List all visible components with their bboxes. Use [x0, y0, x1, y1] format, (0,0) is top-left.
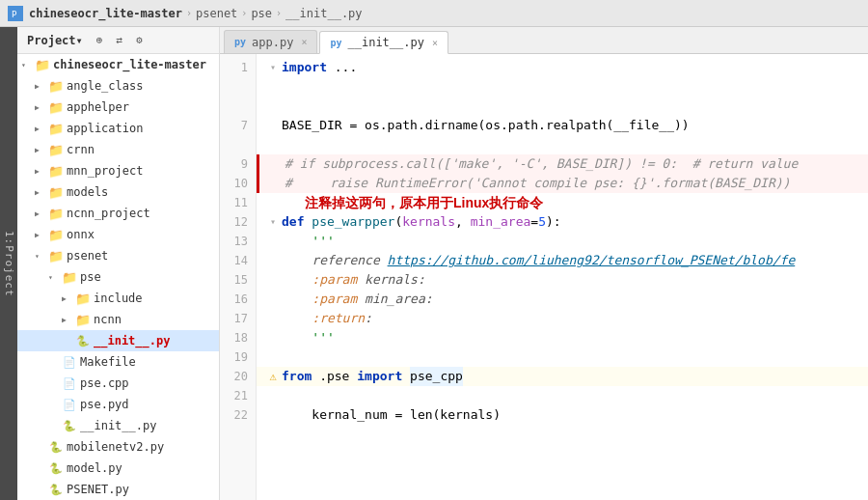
tab-app-icon: py — [234, 37, 246, 47]
code-line-16: :param min_area: — [257, 290, 868, 309]
sidebar-item-mnn[interactable]: ▶ 📁 mnn_project — [17, 160, 219, 181]
tree-label-init-py: __init__.py — [94, 334, 170, 347]
breadcrumb-folder1: psenet — [196, 7, 237, 20]
svg-text:P: P — [12, 10, 17, 19]
tab-init-py[interactable]: py __init__.py × — [319, 31, 448, 54]
sidebar-item-psenet-py[interactable]: 🐍 PSENET.py — [17, 479, 219, 500]
tree-label-angle_class: angle_class — [67, 79, 143, 93]
sidebar-item-crnn[interactable]: ▶ 📁 crnn — [17, 139, 219, 160]
tab-app-close[interactable]: × — [301, 37, 307, 47]
code-line-20: ⚠ from .pse import pse_cpp — [257, 367, 868, 386]
code-line-9: # if subprocess.call(['make', '-C', BASE… — [257, 154, 868, 174]
project-tab-indicator[interactable]: 1:Project — [0, 27, 17, 500]
project-label[interactable]: Project▾ — [23, 32, 87, 49]
code-line-empty — [257, 77, 868, 116]
sidebar-tree: ▾ 📁 chineseocr_lite-master ▶ 📁 angle_cla… — [17, 54, 219, 500]
tree-root-label: chineseocr_lite-master — [53, 58, 206, 71]
tree-label-apphelper: apphelper — [67, 100, 129, 114]
tree-label-application: application — [67, 122, 143, 135]
tree-label-onnx: onnx — [67, 228, 95, 241]
add-icon[interactable]: ⊕ — [93, 32, 107, 48]
tree-label-model: model.py — [67, 461, 122, 475]
sidebar-item-pse-cpp[interactable]: 📄 pse.cpp — [17, 373, 219, 394]
tab-init-icon: py — [330, 38, 341, 48]
sidebar-item-pse[interactable]: ▾ 📁 pse — [17, 266, 219, 288]
code-line-21 — [257, 386, 868, 405]
tree-label-psenet: psenet — [67, 249, 108, 263]
tree-label-models: models — [67, 185, 108, 199]
breadcrumb-file: __init__.py — [285, 7, 362, 20]
sidebar-item-ncnn[interactable]: ▶ 📁 ncnn — [17, 309, 219, 330]
editor-content: 1 7 9 10 11 12 13 14 15 16 17 18 19 20 2… — [220, 54, 868, 500]
tree-label-pse: pse — [80, 270, 101, 284]
code-line-7: BASE_DIR = os.path.dirname(os.path.realp… — [257, 116, 868, 135]
tab-bar: py app.py × py __init__.py × — [220, 27, 868, 54]
sidebar-item-apphelper[interactable]: ▶ 📁 apphelper — [17, 97, 219, 118]
project-tab-label: 1:Project — [3, 231, 15, 297]
fold-12[interactable]: ▾ — [270, 212, 276, 232]
sidebar-item-makefile[interactable]: 📄 Makefile — [17, 351, 219, 373]
tree-label-mnn: mnn_project — [67, 164, 143, 178]
main-container: 1:Project Project▾ ⊕ ⇄ ⚙ ▾ 📁 chineseocr_… — [0, 27, 868, 500]
line-numbers: 1 7 9 10 11 12 13 14 15 16 17 18 19 20 2… — [220, 54, 257, 500]
tab-init-label: __init__.py — [347, 36, 423, 49]
sidebar-item-ncnn-project[interactable]: ▶ 📁 ncnn_project — [17, 203, 219, 224]
tree-root[interactable]: ▾ 📁 chineseocr_lite-master — [17, 54, 219, 75]
breadcrumb-sep2: › — [241, 8, 247, 18]
breadcrumb-project: chineseocr_lite-master — [29, 7, 182, 20]
sidebar-toolbar: Project▾ ⊕ ⇄ ⚙ — [17, 27, 219, 54]
breadcrumb: chineseocr_lite-master › psenet › pse › … — [29, 7, 363, 20]
warning-icon: ⚠ — [269, 367, 276, 386]
sidebar-item-psenet[interactable]: ▾ 📁 psenet — [17, 245, 219, 266]
tree-label-psenet-py: PSENET.py — [67, 483, 129, 496]
code-line-17: :return: — [257, 309, 868, 328]
tree-label-crnn: crnn — [67, 143, 95, 156]
tree-label-init2: __init__.py — [80, 419, 156, 432]
sync-icon[interactable]: ⇄ — [112, 32, 126, 48]
sidebar-item-include[interactable]: ▶ 📁 include — [17, 288, 219, 309]
sidebar-item-init2[interactable]: 🐍 __init__.py — [17, 415, 219, 436]
breadcrumb-sep3: › — [276, 8, 282, 18]
tab-app-py[interactable]: py app.py × — [224, 30, 317, 53]
tab-init-close[interactable]: × — [432, 38, 438, 48]
breadcrumb-folder2: pse — [251, 7, 272, 20]
code-line-11: 注释掉这两句，原本用于Linux执行命令 — [257, 193, 868, 212]
sidebar-item-application[interactable]: ▶ 📁 application — [17, 118, 219, 139]
code-line-22: kernal_num = len(kernals) — [257, 405, 868, 425]
sidebar-item-model[interactable]: 🐍 model.py — [17, 458, 219, 479]
tree-label-pse-cpp: pse.cpp — [80, 376, 129, 390]
tree-label-makefile: Makefile — [80, 355, 136, 369]
tab-app-label: app.py — [252, 36, 293, 49]
sidebar-item-pse-pyd[interactable]: 📄 pse.pyd — [17, 394, 219, 415]
code-line-1: ▾ import ... — [257, 58, 868, 77]
code-editor[interactable]: ▾ import ... BASE_DIR = os.path.dirname(… — [257, 54, 868, 500]
sidebar-item-mobilenetv2[interactable]: 🐍 mobilenetv2.py — [17, 436, 219, 458]
code-line-18: ''' — [257, 328, 868, 347]
code-line-12: ▾ def pse_warpper(kernals, min_area=5): — [257, 212, 868, 232]
sidebar: Project▾ ⊕ ⇄ ⚙ ▾ 📁 chineseocr_lite-maste… — [17, 27, 220, 500]
code-line-15: :param kernals: — [257, 270, 868, 290]
code-line-10: # raise RuntimeError('Cannot compile pse… — [257, 174, 868, 193]
code-line-19 — [257, 347, 868, 367]
title-bar: P chineseocr_lite-master › psenet › pse … — [0, 0, 868, 27]
tree-label-pse-pyd: pse.pyd — [80, 398, 129, 411]
tree-label-ncnn: ncnn — [94, 313, 122, 326]
code-line-8 — [257, 135, 868, 154]
editor-area: py app.py × py __init__.py × 1 7 9 10 11… — [220, 27, 868, 500]
fold-1[interactable]: ▾ — [270, 58, 276, 77]
sidebar-item-angle_class[interactable]: ▶ 📁 angle_class — [17, 75, 219, 97]
annotation-text: 注释掉这两句，原本用于Linux执行命令 — [305, 193, 543, 212]
sidebar-item-init-py[interactable]: 🐍 __init__.py 里面这个 — [17, 330, 219, 351]
sidebar-item-models[interactable]: ▶ 📁 models — [17, 181, 219, 203]
tree-label-ncnn-project: ncnn_project — [67, 207, 150, 220]
code-line-14: reference https://github.com/liuheng92/t… — [257, 251, 868, 270]
code-line-13: ''' — [257, 232, 868, 251]
sidebar-item-onnx[interactable]: ▶ 📁 onnx — [17, 224, 219, 245]
project-icon: P — [8, 6, 23, 21]
tree-label-include: include — [94, 292, 143, 305]
settings-icon[interactable]: ⚙ — [132, 32, 147, 48]
breadcrumb-sep1: › — [186, 8, 192, 18]
tree-label-mobilenetv2: mobilenetv2.py — [67, 440, 164, 454]
